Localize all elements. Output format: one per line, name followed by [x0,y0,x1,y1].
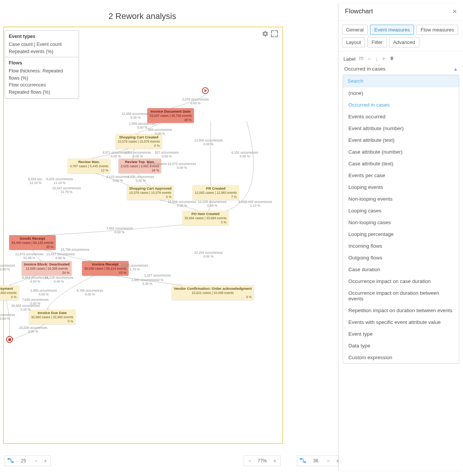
svg-rect-0 [8,458,10,460]
edge-label: 1,680 occurrences2 %0.30 % [131,278,164,286]
dropdown-option[interactable]: Data type [343,340,459,352]
edge-label: 23,228 occurrences0.00 % [19,326,47,334]
edge-label: 12,028 occurrences0.00 % [198,200,227,208]
zoom-out-button[interactable]: − [247,458,253,464]
graph-node[interactable]: PO Item Created33,994 cases | 33,994 eve… [182,211,229,225]
flow-icon [7,458,14,464]
plus-icon[interactable]: ＋ [381,55,386,62]
close-icon[interactable]: × [452,8,457,15]
tab-general[interactable]: General [342,25,368,35]
dropdown-option[interactable]: Event type [343,328,459,340]
edge-label: 6,765 occurrences0.00 % [77,289,103,297]
dropdown-option[interactable]: Looping events [343,181,459,193]
events-count-input-2[interactable] [309,458,322,463]
dropdown-option[interactable]: (none) [343,87,459,99]
plus-button[interactable]: + [42,458,48,464]
dropdown-option[interactable]: Looping percentage [343,228,459,240]
tab-flow-measures[interactable]: Flow measures [416,25,458,35]
dropdown-option[interactable]: Events per case [343,170,459,181]
edge-label: 20,682 occurrences0.00 % [11,304,40,312]
edge-label: 15,796 occurrences [61,248,89,252]
dropdown-option[interactable]: Case attribute (number) [343,146,459,158]
dropdown-option[interactable]: Events with specific event attribute val… [343,316,459,328]
columns-icon[interactable] [359,56,364,62]
graph-node[interactable]: Review Man.4,787 cases | 5,445 events12 … [68,159,110,173]
tab-layout[interactable]: Layout [342,37,365,47]
edge-label: 3,06|9,082 occurrences1.13 % [238,200,272,208]
dropdown-option[interactable]: Custom expression [343,352,459,363]
zoom-input[interactable] [256,458,269,463]
edge-label: 2,227 occurrences [144,274,171,278]
edge-label: 1,836 occurrences0.00 % [128,175,154,183]
tab-filter[interactable]: Filter [367,37,387,47]
label-dropdown: (none)Occurred in casesEvents occurredEv… [343,75,459,364]
minus-button[interactable]: − [33,458,39,464]
canvas-tools [262,30,278,39]
graph-node[interactable]: PR Created12,082 cases | 12,983 events7 … [192,185,239,200]
expand-icon[interactable]: ↔ [367,56,372,62]
sidebar-title: Flowchart [345,8,373,15]
legend-event-types: Event types Case count | Event count Rep… [5,30,79,58]
caret-up-icon: ▲ [454,67,458,71]
dropdown-option[interactable]: Occurrence impact on case duration [343,275,459,287]
dropdown-option[interactable]: Event attribute (number) [343,123,459,134]
tab-advanced[interactable]: Advanced [389,37,419,47]
dropdown-search[interactable] [343,75,459,87]
edge-label: 8,334 occ.12.10 % [28,178,43,185]
dropdown-option[interactable]: Repetition impact on duration between ev… [343,305,459,316]
events-count-input[interactable] [17,458,30,463]
edge-label: 8,670 occurre [147,162,167,166]
edge-label: 15,569 occurrences0.00 % [168,200,196,208]
sidebar-panel: Flowchart × General Event measures Flow … [339,4,463,470]
legend-title: Event types [9,33,75,40]
svg-rect-1 [11,461,14,463]
dropdown-option[interactable]: Case attribute (text) [343,158,459,170]
graph-node[interactable]: Invoice Due Date32,980 cases | 32,980 ev… [29,309,76,324]
plus-button[interactable]: + [334,458,340,464]
trash-icon[interactable] [389,56,394,62]
graph-node[interactable]: Invoice Document Date33,037 cases | 45,7… [147,108,194,123]
flowchart-graph[interactable]: Invoice Document Date33,037 cases | 45,7… [4,80,281,360]
label-select-header[interactable]: Occurred in cases ▲ [343,64,459,75]
dropdown-option[interactable]: Occurrence impact on duration between ev… [343,287,459,305]
edge-label: 7,892 occurrences0.00 % [106,227,133,234]
edge-label: 9,426 occurrences11.10 % [46,178,73,185]
dropdown-option[interactable]: Occurred in cases [343,99,459,111]
dropdown-option[interactable]: Outgoing flows [343,252,459,264]
graph-node[interactable]: ice Paymentses | 30,660 events0 % [0,285,19,300]
edge-label: 2,078 occurrences0.00 % [182,98,209,105]
graph-node[interactable]: Goods Receipt33,400 cases | 50,132 event… [9,235,56,250]
tab-event-measures[interactable]: Event measures [370,25,414,35]
graph-node[interactable]: Shopping Cart Approved15,578 cases | 15,… [127,185,174,200]
gear-icon[interactable] [262,30,269,39]
zoom-in-button[interactable]: + [272,458,278,464]
dropdown-option[interactable]: Event attribute (text) [343,134,459,146]
fullscreen-icon[interactable] [271,30,278,37]
edge-label: 3,914 occurrences1.76 % [121,264,148,272]
download-icon[interactable]: ↓ [375,56,378,62]
svg-rect-3 [304,461,306,463]
edge-label: 5 occurrences0.00 % [0,264,15,272]
graph-node[interactable]: Invoice Block: Deactivated12,506 cases |… [22,261,72,276]
edge-label: 2,985 occurrences0.00 % [30,289,57,297]
edge-label: 22,547 occurrences11.79 % [52,187,81,194]
edge-label: 927 occurrences0.00 % [155,151,179,159]
search-input[interactable] [343,75,459,87]
label-text: Label [343,56,356,62]
edge-label: 9 occurrences0.00 % [0,313,15,321]
start-node [202,87,209,94]
dropdown-option[interactable]: Non-looping cases [343,217,459,228]
minus-button[interactable]: − [325,458,331,464]
graph-node[interactable]: Vendor Confirmation: Order acknowledgmen… [172,285,254,300]
edge-label: 559 occurrences0.00 % [148,128,172,136]
dropdown-option[interactable]: Events occurred [343,111,459,123]
dropdown-option[interactable]: Incoming flows [343,240,459,252]
edge-label: 11,437 occurrences8.86 % [46,253,75,260]
dropdown-option[interactable]: Non-looping events [343,193,459,205]
footer-events-slider-2: − + [297,456,339,466]
dropdown-option[interactable]: Looping cases [343,205,459,217]
flow-icon [299,458,306,464]
footer-events-slider: − + [5,456,51,466]
graph-node[interactable]: Shopping Cart Created15,578 cases | 15,5… [115,134,162,149]
dropdown-option[interactable]: Case duration [343,264,459,275]
